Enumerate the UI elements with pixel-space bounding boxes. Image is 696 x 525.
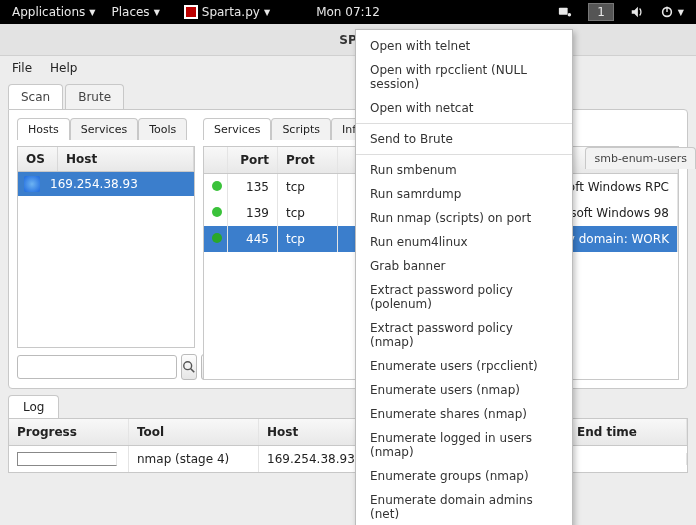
- host-search-input[interactable]: [17, 355, 177, 379]
- menu-separator: [356, 123, 572, 124]
- col-host[interactable]: Host: [58, 147, 194, 171]
- window-titlebar: SP: [0, 24, 696, 56]
- svg-marker-2: [632, 7, 638, 18]
- chevron-down-icon: ▼: [678, 8, 684, 17]
- svc-proto: tcp: [278, 200, 338, 226]
- host-row[interactable]: 169.254.38.93: [18, 172, 194, 196]
- log-row[interactable]: nmap (stage 4) 169.254.38.93 15 Jan 2018…: [9, 446, 687, 472]
- context-menu-item[interactable]: Send to Brute: [356, 127, 572, 151]
- left-panel: Hosts Services Tools OS Host 169.254.38.…: [17, 118, 195, 380]
- col-port[interactable]: Port: [228, 147, 278, 173]
- svc-port: 135: [228, 174, 278, 200]
- svg-rect-4: [666, 7, 667, 12]
- tab-scan[interactable]: Scan: [8, 84, 63, 109]
- host-ip: 169.254.38.93: [50, 177, 138, 191]
- log-end: [569, 453, 687, 465]
- svg-point-5: [184, 362, 192, 370]
- subtab-scripts[interactable]: Scripts: [271, 118, 331, 140]
- gnome-topbar: Applications ▼ Places ▼ Sparta.py ▼ Mon …: [0, 0, 696, 24]
- power-icon[interactable]: ▼: [654, 0, 690, 24]
- chevron-down-icon: ▼: [89, 8, 95, 17]
- subtab-tools[interactable]: Tools: [138, 118, 187, 140]
- tab-log[interactable]: Log: [8, 395, 59, 418]
- context-menu-item[interactable]: Run samrdump: [356, 182, 572, 206]
- applications-menu[interactable]: Applications ▼: [6, 0, 101, 24]
- app-window: SP File Help Scan Brute Hosts Services T…: [0, 24, 696, 525]
- service-context-menu: Open with telnetOpen with rpcclient (NUL…: [355, 29, 573, 525]
- menu-help[interactable]: Help: [50, 61, 77, 75]
- context-menu-item[interactable]: Extract password policy (polenum): [356, 278, 572, 316]
- active-app-label: Sparta.py: [202, 5, 260, 19]
- context-menu-item[interactable]: Enumerate domain admins (net): [356, 488, 572, 525]
- col-end[interactable]: End time: [569, 419, 687, 445]
- screencast-icon[interactable]: [552, 0, 578, 24]
- subtab-right-services[interactable]: Services: [203, 118, 271, 140]
- context-menu-item[interactable]: Enumerate shares (nmap): [356, 402, 572, 426]
- status-dot-icon: [212, 233, 222, 243]
- svc-port: 139: [228, 200, 278, 226]
- active-application[interactable]: Sparta.py ▼: [178, 0, 276, 24]
- context-menu-item[interactable]: Run enum4linux: [356, 230, 572, 254]
- context-menu-item[interactable]: Enumerate groups (nmap): [356, 464, 572, 488]
- host-list-header: OS Host: [18, 147, 194, 172]
- status-dot-icon: [212, 181, 222, 191]
- log-tool: nmap (stage 4): [129, 446, 259, 472]
- col-tool[interactable]: Tool: [129, 419, 259, 445]
- log-section: Log Progress Tool Host Start time End ti…: [8, 395, 688, 473]
- search-button[interactable]: [181, 354, 197, 380]
- volume-icon[interactable]: [624, 0, 650, 24]
- menubar: File Help: [0, 56, 696, 80]
- svc-port: 445: [228, 226, 278, 252]
- context-menu-item[interactable]: Grab banner: [356, 254, 572, 278]
- svc-proto: tcp: [278, 226, 338, 252]
- places-menu[interactable]: Places ▼: [105, 0, 165, 24]
- log-table: Progress Tool Host Start time End time n…: [8, 418, 688, 473]
- progress-bar: [17, 452, 117, 466]
- workspace-number: 1: [588, 3, 614, 21]
- main-tabs: Scan Brute Hosts Services Tools OS Host: [8, 84, 688, 389]
- context-menu-item[interactable]: Open with netcat: [356, 96, 572, 120]
- chevron-down-icon: ▼: [264, 8, 270, 17]
- context-menu-item[interactable]: Run smbenum: [356, 158, 572, 182]
- clock-label: Mon 07:12: [316, 5, 380, 19]
- applications-label: Applications: [12, 5, 85, 19]
- svg-rect-0: [559, 8, 568, 15]
- extra-tabs: smb-enum-users: [585, 147, 696, 169]
- sparta-app-icon: [184, 5, 198, 19]
- chevron-down-icon: ▼: [154, 8, 160, 17]
- menu-separator: [356, 154, 572, 155]
- context-menu-item[interactable]: Enumerate users (nmap): [356, 378, 572, 402]
- context-menu-item[interactable]: Run nmap (scripts) on port: [356, 206, 572, 230]
- status-dot-icon: [212, 207, 222, 217]
- svg-line-6: [191, 369, 195, 373]
- context-menu-item[interactable]: Enumerate logged in users (nmap): [356, 426, 572, 464]
- col-os[interactable]: OS: [18, 147, 58, 171]
- context-menu-item[interactable]: Extract password policy (nmap): [356, 316, 572, 354]
- context-menu-item[interactable]: Open with telnet: [356, 34, 572, 58]
- tab-brute[interactable]: Brute: [65, 84, 124, 109]
- subtab-hosts[interactable]: Hosts: [17, 118, 70, 140]
- windows-os-icon: [24, 176, 40, 192]
- workspace-indicator[interactable]: 1: [582, 0, 620, 24]
- menu-file[interactable]: File: [12, 61, 32, 75]
- svg-point-1: [568, 13, 572, 17]
- col-proto[interactable]: Prot: [278, 147, 338, 173]
- subtab-services[interactable]: Services: [70, 118, 138, 140]
- context-menu-item[interactable]: Enumerate users (rpcclient): [356, 354, 572, 378]
- host-list: OS Host 169.254.38.93: [17, 146, 195, 348]
- context-menu-item[interactable]: Open with rpcclient (NULL session): [356, 58, 572, 96]
- places-label: Places: [111, 5, 149, 19]
- svc-proto: tcp: [278, 174, 338, 200]
- magnifier-icon: [182, 360, 196, 374]
- col-progress[interactable]: Progress: [9, 419, 129, 445]
- tab-smb-enum-users[interactable]: smb-enum-users: [585, 147, 696, 169]
